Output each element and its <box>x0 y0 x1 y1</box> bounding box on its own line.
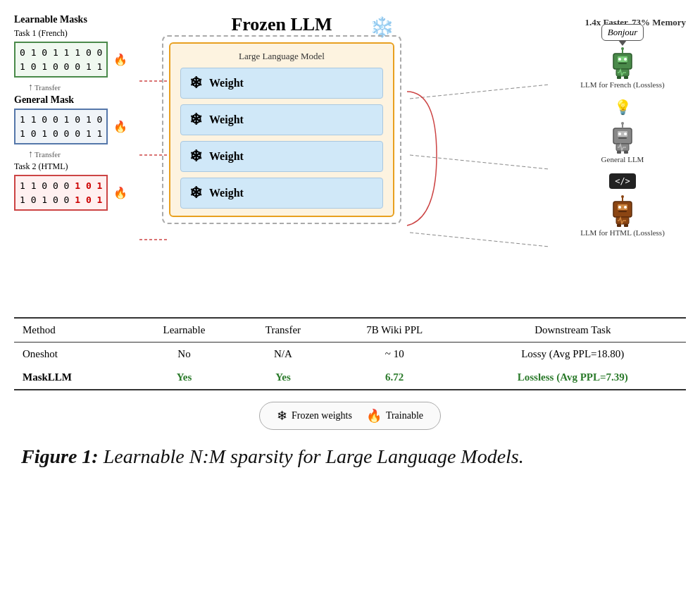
html-robot-label: LLM for HTML (Lossless) <box>580 228 665 237</box>
general-row2: 1 0 1 0 0 0 1 1 <box>20 127 102 141</box>
task2-r2-red: 1 0 1 <box>75 195 102 205</box>
task1-label: Task 1 (French) <box>14 28 155 39</box>
weight-row-4: ❄ Weight <box>180 178 383 209</box>
weight-label-2: Weight <box>209 113 244 126</box>
weight-label-1: Weight <box>209 77 244 90</box>
maskllm-transfer: Yes <box>237 366 330 389</box>
results-table: Method Learnable Transfer 7B Wiki PPL Do… <box>14 319 686 389</box>
svg-point-6 <box>621 47 624 50</box>
trainable-legend-item: 🔥 Trainable <box>366 408 423 424</box>
svg-point-13 <box>624 132 627 135</box>
transfer1-label: ↑ Transfer <box>28 82 155 93</box>
french-robot-svg <box>605 44 640 79</box>
llm-inner-box: Large Language Model ❄ Weight ❄ Weight ❄… <box>169 42 394 217</box>
svg-rect-14 <box>618 137 627 139</box>
svg-rect-4 <box>618 63 627 64</box>
general-robot-item: 💡 General LLM <box>559 99 686 164</box>
code-icon: </> <box>615 176 630 186</box>
right-robots: Bonjour <box>559 14 686 247</box>
weight-label-3: Weight <box>209 150 244 163</box>
task1-flame-icon: 🔥 <box>113 53 127 66</box>
llm-outer-box: Large Language Model ❄ Weight ❄ Weight ❄… <box>162 35 401 224</box>
legend-section: ❄ Frozen weights 🔥 Trainable <box>14 402 686 430</box>
svg-line-33 <box>410 85 549 99</box>
figure-caption: Figure 1: Learnable N:M sparsity for Lar… <box>14 444 686 469</box>
general-row1: 1 1 0 0 1 0 1 0 <box>20 113 102 127</box>
weight-row-3: ❄ Weight <box>180 141 383 172</box>
svg-rect-28 <box>617 224 621 227</box>
maskllm-ppl: 6.72 <box>330 366 460 389</box>
snowflake-icon-2: ❄ <box>189 111 202 129</box>
task1-mask-box: 0 1 0 1 1 1 0 0 1 0 1 0 0 0 1 1 <box>14 42 108 78</box>
diagram-section: Learnable Masks Task 1 (French) 0 1 0 1 … <box>14 14 686 310</box>
general-robot-label: General LLM <box>601 155 644 164</box>
svg-line-34 <box>410 155 549 169</box>
french-robot-item: Bonjour <box>559 24 686 89</box>
th-method: Method <box>14 319 132 343</box>
weight-row-1: ❄ Weight <box>180 68 383 99</box>
general-robot-svg <box>605 118 640 154</box>
weight-row-2: ❄ Weight <box>180 104 383 135</box>
transfer2-arrow-icon: ↑ <box>28 149 33 160</box>
svg-point-26 <box>621 195 624 198</box>
general-group: General Mask 1 1 0 0 1 0 1 0 1 0 1 0 0 0… <box>14 94 155 144</box>
th-ppl: 7B Wiki PPL <box>330 319 460 343</box>
task1-row1: 0 1 0 1 1 1 0 0 <box>20 46 102 60</box>
svg-rect-8 <box>617 76 621 79</box>
center-llm: Frozen LLM ❄️ Large Language Model ❄ Wei… <box>162 14 401 224</box>
task2-group: Task 2 (HTML) 1 1 0 0 0 1 0 1 1 0 1 0 0 … <box>14 161 155 211</box>
transfer1-arrow-icon: ↑ <box>28 82 33 93</box>
oneshot-downstream: Lossy (Avg PPL=18.80) <box>460 343 686 366</box>
trainable-label: Trainable <box>386 410 423 421</box>
legend-box: ❄ Frozen weights 🔥 Trainable <box>259 402 441 430</box>
svg-rect-29 <box>624 224 628 227</box>
svg-rect-18 <box>617 151 621 154</box>
general-label: General Mask <box>14 94 155 106</box>
html-robot-svg <box>605 192 640 227</box>
frozen-icon: ❄ <box>277 408 287 424</box>
oneshot-ppl: ~ 10 <box>330 343 460 366</box>
th-transfer: Transfer <box>237 319 330 343</box>
oneshot-row: Oneshot No N/A ~ 10 Lossy (Avg PPL=18.80… <box>14 343 686 366</box>
llm-label: Large Language Model <box>180 51 383 62</box>
th-downstream: Downstream Task <box>460 319 686 343</box>
svg-point-2 <box>618 58 621 61</box>
task2-row1: 1 1 0 0 0 1 0 1 <box>20 179 102 193</box>
svg-point-22 <box>618 206 621 209</box>
svg-rect-9 <box>624 76 628 79</box>
task2-mask-box: 1 1 0 0 0 1 0 1 1 0 1 0 0 1 0 1 <box>14 175 108 211</box>
weight-label-4: Weight <box>209 187 244 199</box>
trainable-icon: 🔥 <box>366 408 382 424</box>
svg-point-23 <box>624 206 627 209</box>
caption-text: Learnable N:M sparsity for Large Languag… <box>99 445 524 467</box>
th-learnable: Learnable <box>132 319 237 343</box>
code-box: </> <box>609 173 636 189</box>
snowflake-icon-3: ❄ <box>189 147 202 166</box>
french-speech-text: Bonjour <box>608 27 638 37</box>
oneshot-transfer: N/A <box>237 343 330 366</box>
frozen-legend-item: ❄ Frozen weights <box>277 408 352 424</box>
oneshot-method: Oneshot <box>14 343 132 366</box>
svg-rect-19 <box>624 151 628 154</box>
task2-flame-icon: 🔥 <box>113 186 127 199</box>
french-speech-bubble: Bonjour <box>601 24 644 41</box>
main-container: Learnable Masks Task 1 (French) 0 1 0 1 … <box>14 14 686 469</box>
maskllm-learnable: Yes <box>132 366 237 389</box>
general-mask-box: 1 1 0 0 1 0 1 0 1 0 1 0 0 0 1 1 <box>14 109 108 144</box>
oneshot-learnable: No <box>132 343 237 366</box>
svg-rect-24 <box>618 211 627 212</box>
maskllm-row: MaskLLM Yes Yes 6.72 Lossless (Avg PPL=7… <box>14 366 686 389</box>
transfer2-label: ↑ Transfer <box>28 149 155 160</box>
snowflake-icon-4: ❄ <box>189 184 202 202</box>
svg-line-35 <box>410 233 549 247</box>
svg-point-12 <box>618 132 621 135</box>
task1-group: Task 1 (French) 0 1 0 1 1 1 0 0 1 0 1 0 … <box>14 28 155 78</box>
task2-row2: 1 0 1 0 0 1 0 1 <box>20 193 102 207</box>
svg-point-16 <box>621 122 624 125</box>
html-robot-item: </> LLM for HTML (Lossless) <box>559 173 686 237</box>
general-flame-icon: 🔥 <box>113 120 127 133</box>
snowflake-icon-1: ❄ <box>189 74 202 92</box>
frozen-label: Frozen weights <box>292 410 352 421</box>
table-section: Method Learnable Transfer 7B Wiki PPL Do… <box>14 317 686 390</box>
task2-r1-red: 1 0 1 <box>75 180 102 191</box>
